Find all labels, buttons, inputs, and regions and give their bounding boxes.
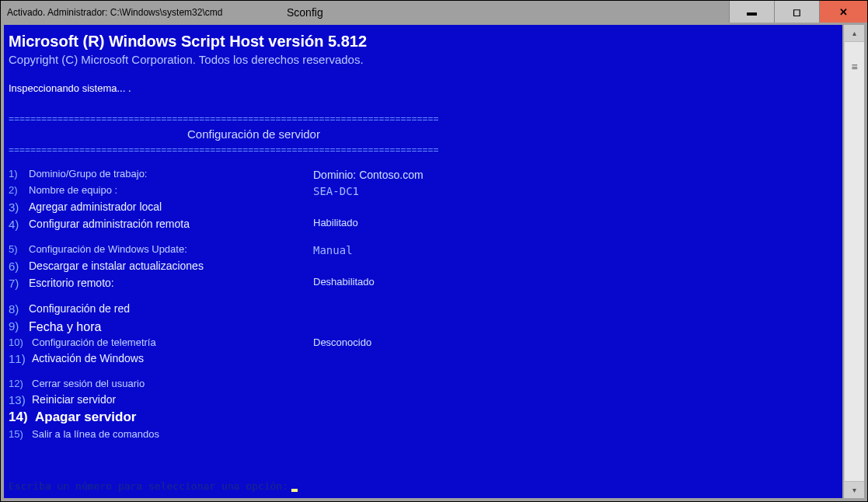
maximize-button[interactable]: ◻: [774, 1, 819, 23]
menu-item-9[interactable]: 9) Fecha y hora: [9, 318, 838, 336]
close-button[interactable]: ✕: [819, 1, 867, 23]
minimize-button[interactable]: ▬: [729, 1, 774, 23]
menu-item-3[interactable]: 3) Agregar administrador local: [9, 199, 838, 216]
menu-item-12[interactable]: 12) Cerrar sesión del usuario: [9, 377, 838, 392]
scroll-up-button[interactable]: ▴: [845, 25, 864, 42]
window-title-prefix: Activado. Administrador: C:\Windows\syst…: [1, 7, 222, 18]
window-title-suffix: Sconfig: [287, 6, 323, 19]
menu-item-14[interactable]: 14) Apagar servidor: [9, 408, 838, 427]
menu-item-6[interactable]: 6) Descargar e instalar actualizaciones: [9, 258, 838, 275]
cursor-icon: [291, 489, 298, 492]
inspecting-line: Inspeccionando sistema... .: [9, 82, 838, 96]
menu-item-1[interactable]: 1) Dominio/Grupo de trabajo: Dominio: Co…: [9, 167, 838, 183]
script-host-title: Microsoft (R) Windows Script Host versió…: [9, 31, 838, 52]
window-controls: ▬ ◻ ✕: [729, 1, 867, 24]
divider-bottom: ========================================…: [9, 144, 838, 156]
section-title: Configuración de servidor: [9, 127, 838, 142]
copyright-line: Copyright (C) Microsoft Corporation. Tod…: [9, 52, 838, 68]
prompt[interactable]: Escriba un número para seleccionar una o…: [9, 479, 298, 493]
menu-item-7[interactable]: 7) Escritorio remoto: Deshabilitado: [9, 275, 838, 292]
cmd-window: Activado. Administrador: C:\Windows\syst…: [0, 0, 868, 502]
scroll-down-button[interactable]: ▾: [845, 481, 864, 498]
menu-list: 1) Dominio/Grupo de trabajo: Dominio: Co…: [9, 167, 838, 442]
menu-item-4[interactable]: 4) Configurar administración remota Habi…: [9, 216, 838, 233]
menu-item-2[interactable]: 2) Nombre de equipo : SEA-DC1: [9, 183, 838, 199]
menu-item-10[interactable]: 10) Configuración de telemetría Desconoc…: [9, 336, 838, 350]
menu-item-11[interactable]: 11) Activación de Windows: [9, 350, 838, 368]
menu-item-15[interactable]: 15) Salir a la línea de comandos: [9, 427, 838, 442]
vertical-scrollbar[interactable]: ▴ ≡ ▾: [844, 25, 864, 498]
divider-top: ========================================…: [9, 113, 838, 125]
menu-item-8[interactable]: 8) Configuración de red: [9, 301, 838, 318]
menu-item-13[interactable]: 13) Reiniciar servidor: [9, 392, 838, 409]
menu-item-5[interactable]: 5) Configuración de Windows Update: Manu…: [9, 242, 838, 258]
console-output: Microsoft (R) Windows Script Host versió…: [4, 25, 842, 498]
prompt-text: Escriba un número para seleccionar una o…: [9, 479, 288, 493]
titlebar[interactable]: Activado. Administrador: C:\Windows\syst…: [1, 1, 867, 24]
scroll-menu-icon[interactable]: ≡: [845, 61, 864, 73]
